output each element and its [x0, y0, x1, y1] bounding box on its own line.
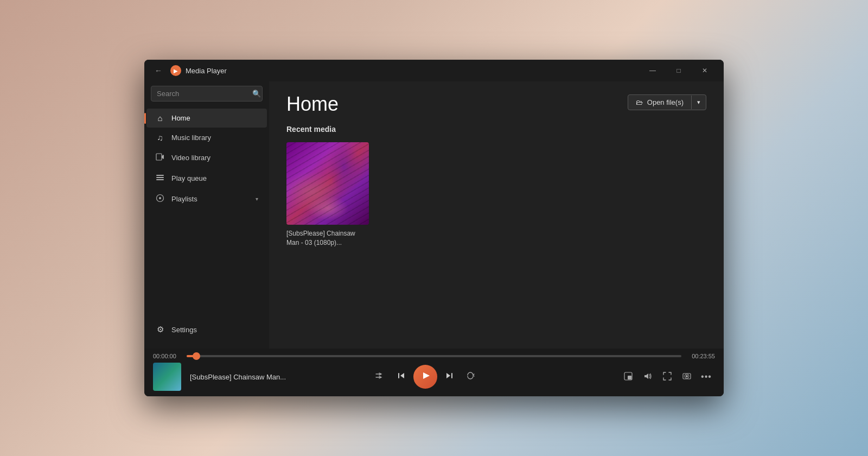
sidebar-item-music-library[interactable]: ♫ Music library [146, 128, 267, 147]
now-playing-title: [SubsPlease] Chainsaw Man... [190, 373, 298, 381]
cast-button[interactable] [678, 368, 695, 385]
controls-right: ••• [620, 368, 715, 385]
sidebar-item-label: Play queue [171, 174, 207, 182]
play-pause-button[interactable] [413, 365, 437, 389]
sidebar-item-label: Playlists [171, 195, 197, 203]
recent-media-section-title: Recent media [286, 125, 706, 134]
sidebar: 🔍 ⌂ Home ♫ Music library [144, 81, 269, 349]
video-icon [155, 153, 165, 163]
svg-rect-2 [156, 177, 164, 178]
maximize-button[interactable]: □ [666, 62, 691, 79]
sidebar-item-settings[interactable]: ⚙ Settings [146, 320, 267, 339]
search-input[interactable] [157, 90, 248, 98]
main-area: 🔍 ⌂ Home ♫ Music library [144, 81, 724, 349]
app-window: ← ▶ Media Player — □ ✕ 🔍 ⌂ Home [144, 60, 724, 396]
media-label: [SubsPlease] Chainsaw Man - 03 (1080p)..… [286, 229, 369, 248]
current-time: 00:00:00 [153, 353, 180, 359]
repeat-icon [466, 371, 476, 383]
svg-point-11 [686, 375, 688, 377]
shuffle-icon [375, 371, 385, 383]
progress-thumb[interactable] [193, 352, 200, 360]
music-icon: ♫ [155, 133, 165, 142]
volume-icon [643, 372, 652, 382]
media-grid: [SubsPlease] Chainsaw Man - 03 (1080p)..… [286, 142, 706, 248]
more-options-button[interactable]: ••• [698, 368, 715, 385]
minimize-button[interactable]: — [640, 62, 665, 79]
open-files-label: Open file(s) [647, 98, 684, 106]
now-playing-thumbnail [153, 363, 181, 391]
back-icon: ← [155, 66, 162, 75]
previous-icon [397, 371, 406, 383]
page-title: Home [286, 94, 339, 114]
sidebar-item-playlists[interactable]: Playlists ▾ [146, 189, 267, 209]
sidebar-bottom: ⚙ Settings [144, 319, 269, 344]
app-logo-icon: ▶ [174, 68, 178, 74]
more-icon: ••• [701, 372, 712, 382]
back-button[interactable]: ← [151, 63, 166, 78]
content-header: Home 🗁 Open file(s) ▾ [286, 94, 706, 114]
volume-button[interactable] [639, 368, 656, 385]
sidebar-item-label: Video library [171, 154, 210, 162]
miniplayer-icon [624, 372, 633, 382]
open-files-button[interactable]: 🗁 Open file(s) [628, 95, 691, 110]
content-area: Home 🗁 Open file(s) ▾ Recent media [269, 81, 724, 349]
svg-point-5 [159, 197, 161, 199]
window-controls: — □ ✕ [640, 62, 717, 79]
svg-rect-6 [398, 373, 399, 378]
media-thumbnail [286, 142, 369, 225]
queue-icon [155, 173, 165, 183]
next-button[interactable] [439, 367, 459, 387]
sidebar-item-video-library[interactable]: Video library [146, 148, 267, 168]
app-title: Media Player [186, 67, 227, 75]
now-playing-thumb-image [153, 363, 181, 391]
cast-icon [682, 372, 691, 382]
open-files-dropdown-button[interactable]: ▾ [691, 96, 706, 109]
search-icon: 🔍 [252, 90, 261, 98]
title-bar-left: ← ▶ Media Player [151, 63, 227, 78]
app-logo: ▶ [170, 65, 181, 76]
svg-rect-7 [451, 373, 452, 378]
settings-label: Settings [171, 326, 197, 334]
folder-icon: 🗁 [636, 98, 643, 106]
progress-section: 00:00:00 00:23:55 [144, 349, 724, 359]
chevron-down-icon: ▾ [256, 196, 258, 202]
nav-items: ⌂ Home ♫ Music library Video [144, 108, 269, 210]
total-time: 00:23:55 [688, 353, 715, 359]
previous-button[interactable] [392, 367, 411, 387]
repeat-button[interactable] [461, 367, 481, 387]
search-box[interactable]: 🔍 [151, 86, 263, 102]
miniplayer-button[interactable] [620, 368, 637, 385]
next-icon [444, 371, 454, 383]
sidebar-item-label: Home [171, 114, 190, 122]
svg-rect-1 [156, 175, 164, 176]
playback-bar: 00:00:00 00:23:55 [SubsPlease] Chainsaw … [144, 349, 724, 396]
close-button[interactable]: ✕ [692, 62, 717, 79]
media-thumb-image [286, 142, 369, 225]
chevron-down-icon: ▾ [697, 99, 700, 106]
media-item[interactable]: [SubsPlease] Chainsaw Man - 03 (1080p)..… [286, 142, 369, 248]
controls-row: [SubsPlease] Chainsaw Man... [144, 359, 724, 396]
sidebar-item-home[interactable]: ⌂ Home [146, 109, 267, 128]
home-icon: ⌂ [155, 113, 165, 123]
shuffle-button[interactable] [370, 367, 390, 387]
open-files-button-group: 🗁 Open file(s) ▾ [628, 94, 706, 110]
play-icon [420, 370, 431, 384]
svg-rect-3 [156, 179, 164, 180]
title-bar: ← ▶ Media Player — □ ✕ [144, 60, 724, 81]
svg-rect-9 [628, 376, 631, 379]
sidebar-item-label: Music library [171, 134, 211, 142]
playlists-icon [155, 194, 165, 204]
progress-track[interactable] [187, 355, 681, 357]
svg-rect-0 [156, 154, 162, 160]
fullscreen-button[interactable] [659, 368, 676, 385]
sidebar-item-play-queue[interactable]: Play queue [146, 168, 267, 188]
playback-controls [370, 365, 481, 389]
fullscreen-icon [663, 372, 672, 382]
settings-icon: ⚙ [155, 325, 165, 334]
